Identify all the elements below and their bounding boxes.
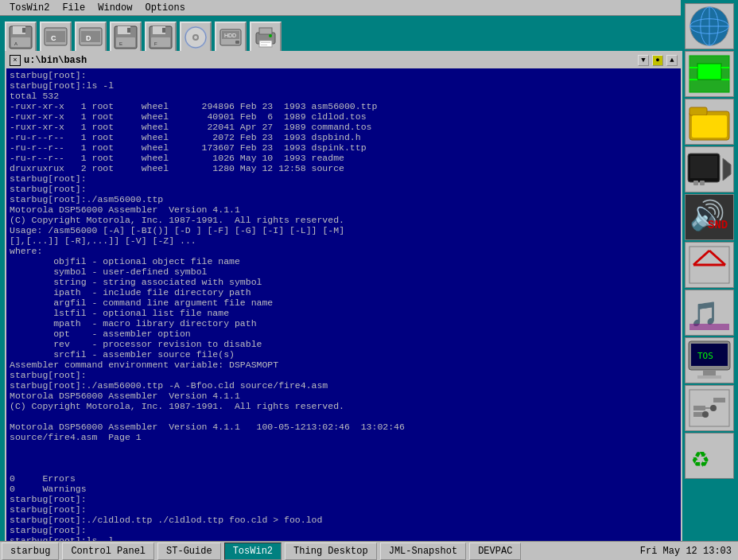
taskbar-thing-desktop[interactable]: Thing Desktop [285,542,377,560]
svg-rect-48 [692,115,727,138]
menu-file[interactable]: File [56,2,91,14]
globe-icon[interactable] [685,3,734,49]
menubar: TosWin2 File Window Options [0,0,738,16]
drive-d-icon[interactable]: D [75,21,107,53]
svg-rect-70 [713,398,725,402]
svg-text:TOS: TOS [697,351,713,361]
taskbar-toswin2[interactable]: TosWin2 [224,542,282,560]
printer-icon[interactable] [250,21,282,53]
settings-icon[interactable] [685,385,734,431]
video-icon[interactable] [685,146,734,192]
svg-point-34 [269,34,272,37]
menu-window[interactable]: Window [91,2,138,14]
circuit-icon[interactable] [685,51,734,97]
taskbar-jml-snapshot[interactable]: JML-Snapshot [380,542,466,560]
maximize-button[interactable]: ▲ [666,55,678,66]
drive-c-icon[interactable]: C [40,21,72,53]
svg-rect-68 [693,406,705,410]
drive-g-icon[interactable]: HDD [215,21,247,53]
svg-text:E: E [119,41,122,46]
svg-rect-32 [261,42,270,43]
folder-icon[interactable] [685,99,734,145]
svg-text:F: F [154,41,157,46]
menu-toswin2[interactable]: TosWin2 [3,2,56,14]
svg-text:A: A [14,41,17,46]
svg-rect-18 [162,28,165,33]
svg-rect-64 [703,370,716,376]
right-panel: 🔊 SND 🎵 TOS [681,0,738,541]
svg-rect-61 [689,324,729,330]
minimize-button[interactable]: ▼ [638,55,649,66]
recycle-icon[interactable]: ♻ [685,433,734,479]
svg-rect-31 [259,41,272,47]
cd-drive-icon[interactable] [180,21,212,53]
close-button[interactable]: × [10,55,21,66]
svg-rect-41 [697,64,721,80]
svg-text:D: D [86,34,91,42]
svg-rect-52 [693,181,698,185]
terminal-titlebar: × u:\bin\bash ▼ ● ▲ [6,52,681,68]
terminal-window: × u:\bin\bash ▼ ● ▲ starbug[root]: starb… [5,51,682,544]
menu-options[interactable]: Options [138,2,191,14]
svg-rect-47 [689,107,707,115]
taskbar-starbug[interactable]: starbug [2,542,59,560]
taskbar-control-panel[interactable]: Control Panel [62,542,154,560]
drive-a-icon[interactable]: A [5,21,37,53]
svg-marker-51 [723,158,731,181]
svg-text:C: C [51,34,56,42]
taskbar: starbug Control Panel ST-Guide TosWin2 T… [0,541,738,560]
music-icon[interactable]: 🎵 [685,290,734,336]
taskbar-devpac[interactable]: DEVPAC [469,542,521,560]
svg-rect-53 [700,181,705,185]
svg-point-23 [194,36,197,39]
svg-rect-27 [235,41,239,44]
action-icon[interactable] [685,242,734,288]
terminal-title: u:\bin\bash [24,55,635,66]
svg-rect-30 [259,28,272,34]
taskbar-st-guide[interactable]: ST-Guide [157,542,221,560]
svg-rect-33 [261,45,267,45]
svg-point-73 [702,411,709,418]
svg-point-72 [710,405,717,411]
svg-text:SND: SND [708,219,728,231]
svg-rect-65 [697,375,721,379]
svg-rect-2 [22,28,25,33]
drive-e-icon[interactable]: E [110,21,142,53]
svg-text:♻: ♻ [692,443,709,476]
fullscreen-button[interactable]: ● [652,55,663,66]
sound-icon[interactable]: 🔊 SND [685,194,734,240]
terminal-content[interactable]: starbug[root]: starbug[root]:ls -l total… [6,68,681,542]
svg-rect-50 [690,156,717,178]
monitor-icon[interactable]: TOS [685,337,734,383]
svg-rect-13 [127,28,130,33]
taskbar-clock: Fri May 12 13:03 [634,544,738,558]
svg-text:HDD: HDD [224,33,236,38]
drive-f-icon[interactable]: F [145,21,177,53]
